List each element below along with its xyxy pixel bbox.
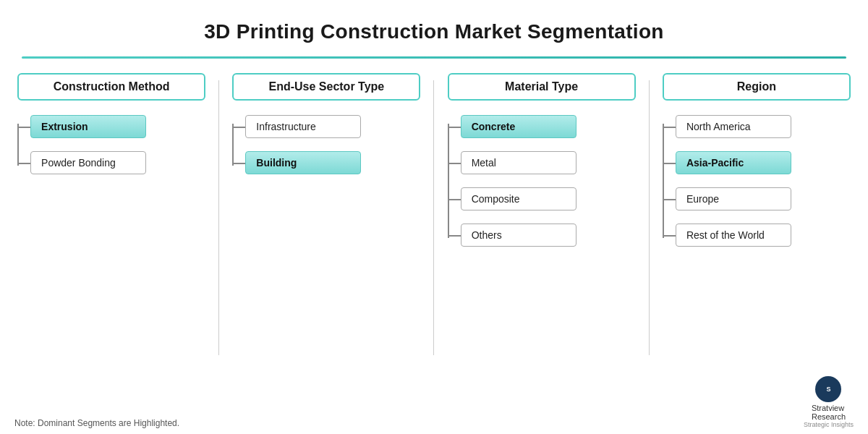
content-area: Construction MethodExtrusionPowder Bondi… <box>0 59 868 370</box>
logo-label: StratviewResearch <box>812 404 846 421</box>
segment-item: Powder Bonding <box>30 151 205 174</box>
segment-item: Rest of the World <box>676 224 851 247</box>
column-region: RegionNorth AmericaAsia-PacificEuropeRes… <box>655 73 858 247</box>
segment-item: North America <box>676 115 851 138</box>
segment-item: Others <box>461 224 636 247</box>
segment-item: Building <box>245 151 420 174</box>
item-box-concrete: Concrete <box>461 115 576 138</box>
item-box-metal: Metal <box>461 151 576 174</box>
segment-item: Infrastructure <box>245 115 420 138</box>
column-material-type: Material TypeConcreteMetalCompositeOther… <box>441 73 643 247</box>
items-container-region: North AmericaAsia-PacificEuropeRest of t… <box>663 115 851 247</box>
segment-item: Extrusion <box>30 115 205 138</box>
column-divider <box>433 80 434 355</box>
segment-item: Metal <box>461 151 636 174</box>
logo-icon: S <box>815 376 841 402</box>
column-construction-method: Construction MethodExtrusionPowder Bondi… <box>10 73 213 174</box>
item-box-north-america: North America <box>676 115 791 138</box>
column-divider <box>218 80 219 355</box>
segment-item: Asia-Pacific <box>676 151 851 174</box>
footer: Note: Dominant Segments are Highlighted.… <box>0 370 868 434</box>
items-container-material-type: ConcreteMetalCompositeOthers <box>448 115 636 247</box>
item-box-rest-of-the-world: Rest of the World <box>676 224 791 247</box>
page-title: 3D Printing Construction Market Segmenta… <box>0 20 868 43</box>
segment-item: Composite <box>461 187 636 210</box>
logo-sub: Strategic Insights <box>804 421 854 428</box>
column-header-material-type: Material Type <box>448 73 636 101</box>
item-box-europe: Europe <box>676 187 791 210</box>
segment-item: Concrete <box>461 115 636 138</box>
column-divider <box>649 80 650 355</box>
item-box-composite: Composite <box>461 187 576 210</box>
item-box-others: Others <box>461 224 576 247</box>
item-box-building: Building <box>245 151 361 174</box>
title-section: 3D Printing Construction Market Segmenta… <box>0 0 868 51</box>
logo-area: S StratviewResearch Strategic Insights <box>804 376 854 428</box>
items-container-construction-method: ExtrusionPowder Bonding <box>17 115 205 174</box>
item-box-extrusion: Extrusion <box>30 115 146 138</box>
column-header-construction-method: Construction Method <box>17 73 205 101</box>
segment-item: Europe <box>676 187 851 210</box>
item-box-asia-pacific: Asia-Pacific <box>676 151 791 174</box>
column-header-region: Region <box>663 73 851 101</box>
logo-text: S <box>826 386 830 393</box>
column-end-use-sector: End-Use Sector TypeInfrastructureBuildin… <box>225 73 427 174</box>
column-header-end-use-sector: End-Use Sector Type <box>232 73 420 101</box>
items-container-end-use-sector: InfrastructureBuilding <box>232 115 420 174</box>
footer-note: Note: Dominant Segments are Highlighted. <box>14 418 179 428</box>
item-box-infrastructure: Infrastructure <box>245 115 361 138</box>
page-container: 3D Printing Construction Market Segmenta… <box>0 0 868 434</box>
item-box-powder-bonding: Powder Bonding <box>30 151 146 174</box>
